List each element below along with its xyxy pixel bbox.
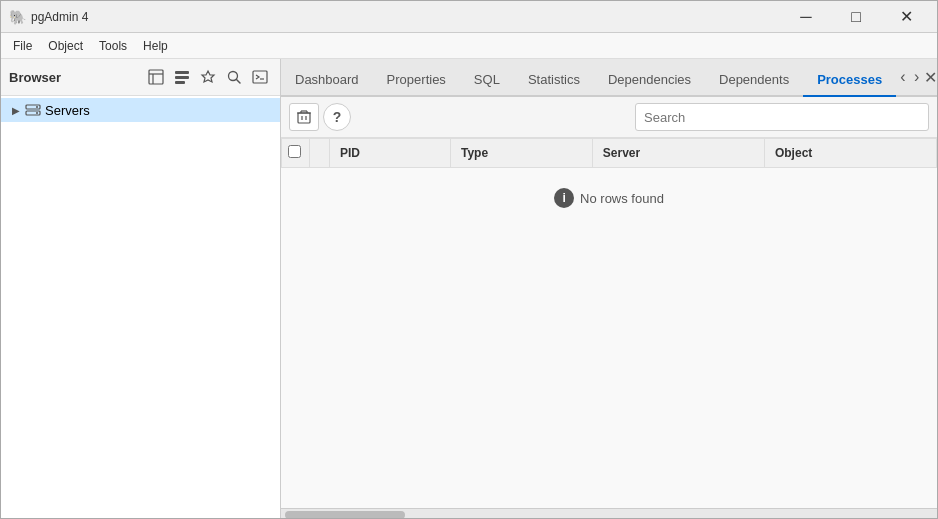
search-tool-icon[interactable] <box>222 65 246 89</box>
view-tool-icon[interactable] <box>170 65 194 89</box>
col-color <box>310 139 330 168</box>
no-rows-message: i No rows found <box>281 168 937 228</box>
tab-statistics[interactable]: Statistics <box>514 64 594 95</box>
tabs-bar: Dashboard Properties SQL Statistics Depe… <box>281 59 937 97</box>
sidebar-title: Browser <box>9 70 61 85</box>
menu-object[interactable]: Object <box>40 36 91 56</box>
delete-icon <box>297 110 311 124</box>
svg-line-7 <box>237 80 241 84</box>
servers-label: Servers <box>45 103 90 118</box>
search-svg-icon <box>226 69 242 85</box>
properties-svg-icon <box>200 69 216 85</box>
view-svg-icon <box>174 69 190 85</box>
menu-help[interactable]: Help <box>135 36 176 56</box>
terminal-svg-icon <box>252 69 268 85</box>
server-icon <box>25 102 41 118</box>
sidebar-tree: ▶ Servers <box>1 96 280 519</box>
no-rows-text: No rows found <box>580 191 664 206</box>
horizontal-scrollbar[interactable] <box>281 508 937 519</box>
tab-dashboard[interactable]: Dashboard <box>281 64 373 95</box>
app-title: pgAdmin 4 <box>31 10 783 24</box>
table-container: PID Type Server Object i No rows found <box>281 138 937 508</box>
menu-file[interactable]: File <box>5 36 40 56</box>
sidebar: Browser <box>1 59 281 519</box>
col-object: Object <box>764 139 936 168</box>
app-icon: 🐘 <box>9 9 25 25</box>
servers-tree-item[interactable]: ▶ Servers <box>1 98 280 122</box>
close-button[interactable]: ✕ <box>883 1 929 33</box>
menubar: File Object Tools Help <box>1 33 937 59</box>
search-input[interactable] <box>635 103 929 131</box>
col-pid: PID <box>330 139 451 168</box>
svg-rect-5 <box>175 81 185 84</box>
table-header-row: PID Type Server Object <box>282 139 937 168</box>
main-layout: Browser <box>1 59 937 519</box>
properties-tool-icon[interactable] <box>196 65 220 89</box>
right-panel: Dashboard Properties SQL Statistics Depe… <box>281 59 937 519</box>
svg-rect-0 <box>149 70 163 84</box>
tab-processes[interactable]: Processes <box>803 64 896 97</box>
svg-point-13 <box>36 112 38 114</box>
terminal-tool-icon[interactable] <box>248 65 272 89</box>
help-button[interactable]: ? <box>323 103 351 131</box>
tab-close-button[interactable]: ✕ <box>923 59 937 95</box>
svg-rect-4 <box>175 76 189 79</box>
maximize-button[interactable]: □ <box>833 1 879 33</box>
processes-table: PID Type Server Object <box>281 138 937 168</box>
svg-rect-3 <box>175 71 189 74</box>
minimize-button[interactable]: ─ <box>783 1 829 33</box>
tab-properties[interactable]: Properties <box>373 64 460 95</box>
col-checkbox <box>282 139 310 168</box>
tab-dependents[interactable]: Dependents <box>705 64 803 95</box>
expand-icon[interactable]: ▶ <box>9 103 23 117</box>
col-server: Server <box>592 139 764 168</box>
table-tool-icon[interactable] <box>144 65 168 89</box>
select-all-checkbox[interactable] <box>288 145 301 158</box>
window-controls: ─ □ ✕ <box>783 5 929 29</box>
sidebar-header: Browser <box>1 59 280 96</box>
col-type: Type <box>450 139 592 168</box>
info-icon: i <box>554 188 574 208</box>
svg-point-12 <box>36 106 38 108</box>
delete-button[interactable] <box>289 103 319 131</box>
menu-tools[interactable]: Tools <box>91 36 135 56</box>
tab-dependencies[interactable]: Dependencies <box>594 64 705 95</box>
sidebar-tools <box>144 65 272 89</box>
tab-sql[interactable]: SQL <box>460 64 514 95</box>
tab-next-button[interactable]: › <box>910 59 924 95</box>
tab-prev-button[interactable]: ‹ <box>896 59 910 95</box>
titlebar: 🐘 pgAdmin 4 ─ □ ✕ <box>1 1 937 33</box>
svg-rect-14 <box>298 113 310 123</box>
scrollbar-thumb[interactable] <box>285 511 405 519</box>
panel-toolbar: ? <box>281 97 937 138</box>
table-svg-icon <box>148 69 164 85</box>
